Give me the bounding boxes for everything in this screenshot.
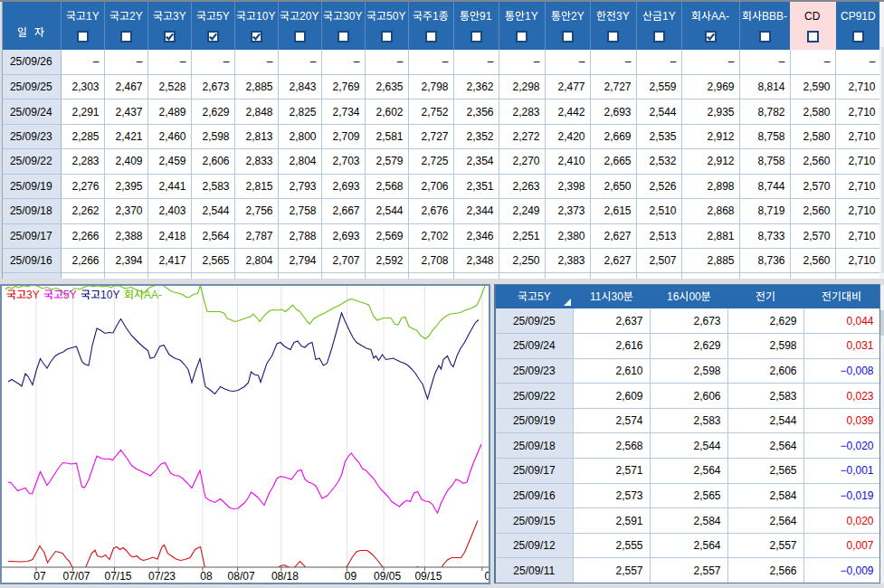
svg-text:1Y: 1Y bbox=[86, 10, 100, 23]
svg-text:BBB-: BBB- bbox=[762, 10, 787, 23]
svg-text:1Y: 1Y bbox=[525, 10, 538, 23]
svg-text:CP91D: CP91D bbox=[841, 10, 876, 23]
svg-text:AA-: AA- bbox=[711, 10, 729, 23]
svg-text:1: 1 bbox=[432, 10, 439, 23]
svg-text:CD: CD bbox=[804, 10, 821, 23]
svg-text:00: 00 bbox=[689, 290, 701, 303]
svg-text:08/07: 08/07 bbox=[228, 570, 255, 583]
svg-text:16: 16 bbox=[667, 290, 680, 303]
svg-text:91: 91 bbox=[480, 10, 492, 23]
svg-text:2Y: 2Y bbox=[129, 10, 143, 23]
svg-text:09/15: 09/15 bbox=[414, 570, 442, 583]
svg-text:10Y: 10Y bbox=[256, 10, 275, 23]
svg-text:09: 09 bbox=[345, 570, 357, 583]
svg-text:30: 30 bbox=[611, 290, 623, 303]
svg-text:10Y: 10Y bbox=[100, 289, 119, 301]
svg-text:09/05: 09/05 bbox=[374, 570, 401, 583]
svg-text:20Y: 20Y bbox=[299, 10, 318, 23]
svg-text:50Y: 50Y bbox=[386, 10, 405, 23]
svg-text:3Y: 3Y bbox=[26, 289, 40, 301]
svg-text:11: 11 bbox=[590, 290, 602, 303]
svg-text:07/23: 07/23 bbox=[148, 570, 176, 583]
svg-text:07/15: 07/15 bbox=[104, 570, 131, 583]
svg-text:08: 08 bbox=[200, 570, 213, 583]
svg-text:5Y: 5Y bbox=[63, 289, 77, 301]
svg-text:3Y: 3Y bbox=[173, 10, 186, 23]
svg-text:AA-: AA- bbox=[144, 289, 162, 301]
svg-text:2Y: 2Y bbox=[571, 10, 585, 23]
svg-text:0: 0 bbox=[484, 570, 489, 583]
svg-text:30Y: 30Y bbox=[343, 10, 362, 23]
svg-text:5Y: 5Y bbox=[537, 290, 551, 303]
svg-text:3Y: 3Y bbox=[616, 10, 630, 23]
svg-text:5Y: 5Y bbox=[216, 10, 230, 23]
svg-text:08/18: 08/18 bbox=[271, 570, 299, 583]
svg-text:1Y: 1Y bbox=[662, 10, 676, 23]
svg-text:07/07: 07/07 bbox=[62, 570, 90, 583]
svg-text:07: 07 bbox=[33, 570, 46, 583]
